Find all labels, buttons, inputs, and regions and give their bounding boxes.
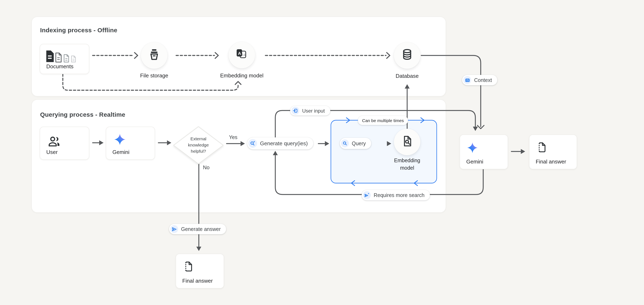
article-icon	[463, 76, 471, 84]
decision-line2: knowledge	[174, 142, 223, 148]
requires-more-search-pill: Requires more search	[362, 190, 430, 200]
embedding-model-offline-label: Embedding model	[209, 72, 275, 79]
can-be-multiple-times-pill: Can be multiple times	[358, 116, 408, 125]
file-storage-node	[141, 42, 168, 69]
no-edge-label: No	[203, 165, 210, 170]
user-node: User	[40, 127, 89, 160]
decision-line3: helpful?	[174, 148, 223, 154]
embedding-model-offline-node: A 0,1	[228, 42, 255, 68]
yes-edge-label: Yes	[229, 135, 238, 140]
draft-file-icon	[182, 260, 195, 274]
database-icon	[400, 48, 414, 63]
gemini-star-icon	[113, 133, 126, 148]
generate-answer-label: Generate answer	[181, 226, 221, 232]
documents-node: Documents	[40, 44, 89, 74]
storage-bucket-icon	[148, 48, 161, 63]
final-answer-bottom-label: Final answer	[182, 278, 213, 284]
send-icon	[170, 225, 178, 233]
generate-queries-pill: Generate query(ies)	[247, 137, 313, 149]
user-input-label: User input	[302, 108, 325, 114]
user-label: User	[46, 149, 58, 155]
send-spark-icon	[363, 191, 371, 199]
database-node	[394, 42, 420, 69]
final-answer-right-node: Final answer	[529, 135, 577, 169]
decision-line1: External	[174, 136, 223, 142]
file-search-icon	[400, 135, 414, 149]
search-icon	[341, 139, 349, 147]
context-pill-label: Context	[474, 77, 492, 83]
embedding-model-realtime-node	[394, 129, 420, 155]
gemini-answer-label: Gemini	[466, 158, 483, 165]
context-pill: Context	[462, 75, 497, 85]
user-input-pill: User input	[290, 106, 330, 115]
query-label: Query	[352, 141, 366, 146]
decision-question: External knowledge helpful?	[174, 136, 223, 154]
gemini-query-label: Gemini	[112, 149, 130, 155]
embedding-rt-line2: model	[378, 164, 436, 172]
search-spark-icon	[248, 139, 257, 148]
file-storage-label: File storage	[130, 72, 179, 79]
query-pill: Query	[340, 138, 371, 149]
draft-file-icon	[536, 141, 548, 155]
querying-panel-title: Querying process - Realtime	[40, 111, 125, 118]
diagram-canvas: Indexing process - Offline Querying proc…	[0, 0, 644, 305]
embedding-rt-line1: Embedding	[378, 157, 436, 164]
gemini-query-node: Gemini	[106, 127, 155, 160]
gemini-star-icon	[466, 142, 479, 156]
user-group-icon	[48, 135, 62, 149]
embedding-model-realtime-label: Embedding model	[378, 157, 436, 172]
generate-answer-pill: Generate answer	[169, 224, 226, 234]
svg-text:0,1: 0,1	[242, 53, 246, 56]
gemini-answer-node: Gemini	[460, 135, 508, 169]
requires-more-search-label: Requires more search	[374, 192, 424, 198]
final-answer-bottom-node: Final answer	[176, 254, 224, 288]
database-label: Database	[382, 73, 432, 79]
generate-queries-label: Generate query(ies)	[260, 140, 308, 147]
translate-model-icon: A 0,1	[235, 48, 248, 63]
can-be-multiple-times-label: Can be multiple times	[362, 118, 404, 123]
input-icon	[292, 107, 299, 115]
documents-stack-icon	[45, 50, 82, 65]
documents-label: Documents	[46, 63, 74, 70]
svg-text:A: A	[238, 51, 241, 56]
indexing-panel-title: Indexing process - Offline	[40, 27, 118, 34]
final-answer-right-label: Final answer	[536, 158, 566, 165]
